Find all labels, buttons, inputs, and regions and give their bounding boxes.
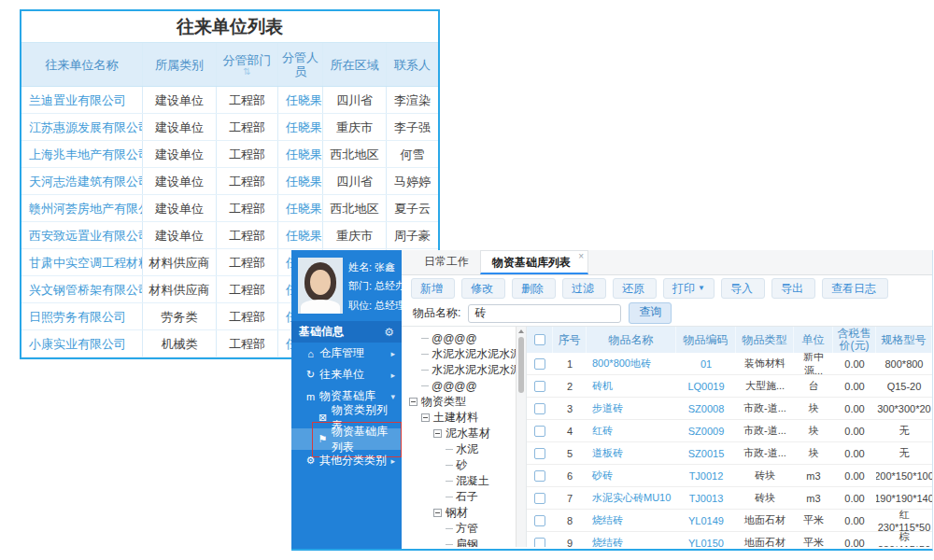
row-checkbox[interactable] [534,448,545,459]
tree-node[interactable]: 钢材 [409,505,517,521]
sidebar-menu-item[interactable]: ⚑ 物资基础库列表 [291,428,402,450]
item-code-link[interactable]: TJ0013 [676,487,736,509]
collapse-icon[interactable] [433,429,442,438]
toolbar-button[interactable]: 删除 [512,278,556,299]
item-name-link[interactable]: 步道砖 [587,398,676,419]
item-name-link[interactable]: 800*800地砖 [587,353,676,374]
item-name-link[interactable]: 砂砖 [587,465,676,486]
column-header-item-type[interactable]: 物品类型 [736,327,794,353]
tree-node[interactable]: @@@@ [409,330,517,346]
item-name-link[interactable]: 烧结砖 [587,532,676,547]
tab[interactable]: 日常工作 [413,250,480,274]
unit-person-link[interactable]: 任晓果 [278,168,323,194]
unit-name-link[interactable]: 日照劳务有限公司 [21,303,143,329]
unit-person-link[interactable]: 任晓果 [278,195,323,221]
item-code-link[interactable]: YL0150 [676,532,736,547]
row-checkbox[interactable] [534,470,545,482]
unit-name-link[interactable]: 赣州河荟房地产有限公司 [21,195,143,221]
toolbar-button[interactable]: 修改 [461,278,505,299]
unit-name-link[interactable]: 甘肃中实空调工程材料... [21,249,143,275]
row-checkbox[interactable] [534,493,545,504]
column-header-contact[interactable]: 联系人 [387,43,438,86]
tree-scrollbar[interactable] [516,327,526,547]
tree-node[interactable]: 物资类型 [409,394,517,410]
item-code-link[interactable]: SZ0008 [676,398,736,419]
item-name-link[interactable]: 烧结砖 [587,510,676,531]
column-header-category[interactable]: 所属类别 [143,43,217,86]
tree-node[interactable]: 土建材料 [409,410,517,426]
toolbar-button[interactable]: 过滤 [562,278,606,299]
unit-name-link[interactable]: 兰迪置业有限公司 [21,87,143,113]
row-checkbox[interactable] [534,538,545,548]
item-name-link[interactable]: 砖机 [587,375,676,397]
tree-node[interactable]: 泥水基材 [409,426,517,441]
unit-person-link[interactable]: 任晓果 [278,141,323,167]
item-code-link[interactable]: 01 [676,353,736,374]
column-header-spec[interactable]: 规格型号 [876,327,932,353]
column-header-item-name[interactable]: 物品名称 [587,327,676,353]
unit-person-link[interactable]: 任晓果 [278,87,323,113]
tree-node[interactable]: 混凝土 [409,473,517,489]
toolbar-button[interactable]: 新增 [411,278,455,299]
column-header-unit-name[interactable]: 往来单位名称 [21,43,143,86]
user-title: 职位: 总经理 [348,299,402,313]
item-name-input[interactable] [468,304,621,323]
unit-name-link[interactable]: 小康实业有限公司 [21,330,143,357]
close-icon[interactable]: × [578,251,584,262]
item-name-link[interactable]: 水泥实心砖MU10 [587,487,676,509]
row-checkbox[interactable] [534,403,545,414]
unit-name-link[interactable]: 天河志浩建筑有限公司 [21,168,143,194]
row-checkbox[interactable] [534,358,545,370]
gear-icon[interactable]: ⚙ [384,326,394,339]
toolbar-button[interactable]: 查看日志 [822,278,888,299]
toolbar-button[interactable]: 导入 [721,278,765,299]
tree-node[interactable]: 石子 [409,489,517,505]
query-button[interactable]: 查询 [629,302,672,324]
collapse-icon[interactable] [409,398,417,406]
sidebar-menu-item[interactable]: ⚙ 其他分类类别 ▸ [291,450,402,471]
sidebar-section-basic-info[interactable]: 基础信息 ⚙ [291,321,402,343]
unit-name-link[interactable]: 上海兆丰地产有限公司 [21,141,143,167]
unit-name-link[interactable]: 兴文钢管桥架有限公司 [21,276,143,302]
item-code-link[interactable]: SZ0015 [676,442,736,464]
unit-name-link[interactable]: 江苏惠源发展有限公司 [21,114,143,140]
item-code-link[interactable]: TJ0012 [676,465,736,486]
sidebar-menu-item[interactable]: ⌂ 仓库管理 ▸ [291,343,402,364]
toolbar-button[interactable]: 打印 ▼ [663,278,715,299]
column-header-dept[interactable]: 分管部门 ⇅ [217,43,278,86]
sort-icon[interactable]: ⇅ [243,67,250,77]
unit-person-link[interactable]: 任晓果 [278,222,323,248]
item-code-link[interactable]: YL0149 [676,510,736,531]
select-all-checkbox[interactable] [534,334,545,345]
sidebar-menu-item[interactable]: ↻ 往来单位 ▸ [291,364,402,385]
scroll-up-icon[interactable] [518,329,524,333]
item-code-link[interactable]: LQ0019 [676,375,736,397]
column-header-price[interactable]: 含税售价(元) [833,327,876,353]
tree-node[interactable]: 水泥水泥水泥水泥水泥水泥水泥 [409,362,517,378]
toolbar-button[interactable]: 还原 [613,278,657,299]
row-checkbox[interactable] [534,426,545,437]
item-code-link[interactable]: SZ0009 [676,420,736,441]
row-checkbox[interactable] [534,381,545,392]
tree-node[interactable]: 扁钢 [409,537,517,547]
column-header-item-code[interactable]: 物品编码 [676,327,736,353]
column-header-region[interactable]: 所在区域 [323,43,387,86]
item-name-link[interactable]: 道板砖 [587,442,676,464]
scrollbar-thumb[interactable] [518,337,524,393]
tree-node[interactable]: 方管 [409,521,517,537]
collapse-icon[interactable] [433,509,442,517]
tree-node[interactable]: 水泥 [409,441,517,457]
tree-node[interactable]: @@@@ [409,378,517,394]
row-checkbox[interactable] [534,515,545,526]
toolbar-button[interactable]: 导出 [771,278,815,299]
column-header-person[interactable]: 分管人员 [278,43,323,86]
unit-name-link[interactable]: 西安致远置业有限公司 [21,222,143,248]
tree-node[interactable]: 水泥水泥水泥水泥水泥水泥水泥 [409,346,517,362]
item-name-link[interactable]: 红砖 [587,420,676,441]
tab[interactable]: 物资基础库列表 × [480,250,588,274]
column-header-unit[interactable]: 单位 [794,327,833,353]
column-header-no[interactable]: 序号 [553,327,587,353]
unit-person-link[interactable]: 任晓果 [278,114,323,140]
collapse-icon[interactable] [421,413,430,422]
tree-node[interactable]: 砂 [409,457,517,473]
